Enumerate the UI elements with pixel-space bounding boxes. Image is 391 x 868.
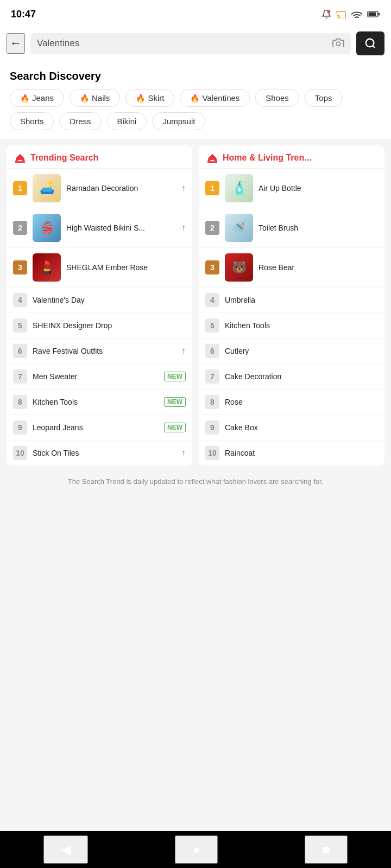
search-button[interactable] — [356, 31, 384, 55]
camera-icon[interactable] — [332, 37, 344, 50]
nav-bar: ◀ ● ■ — [0, 831, 391, 868]
trending-item-7[interactable]: 7 Men Sweater NEW — [7, 364, 192, 390]
svg-line-8 — [373, 46, 375, 48]
footer-note: The Search Trend is daily updated to ref… — [0, 465, 391, 499]
trending-item-9[interactable]: 9 Leopard Jeans NEW — [7, 415, 192, 441]
svg-point-7 — [366, 39, 374, 47]
trending-panel-title: Trending Search — [30, 153, 98, 163]
trending-item-5[interactable]: 5 SHEINX Designer Drop — [7, 313, 192, 339]
tag-tops[interactable]: Tops — [305, 89, 343, 107]
trend-up-6: ↑ — [181, 346, 186, 356]
home-item-8[interactable]: 8 Rose — [199, 390, 384, 415]
home-item-7[interactable]: 7 Cake Decoration — [199, 364, 384, 390]
tag-skirt[interactable]: 🔥 Skirt — [125, 89, 174, 107]
trend-label-2: High Waisted Bikini S... — [66, 223, 176, 233]
rank-badge-9: 9 — [13, 420, 27, 435]
cast-icon — [336, 10, 346, 18]
tag-shoes-label: Shoes — [266, 93, 289, 103]
home-label-1: Air Up Bottle — [258, 183, 378, 193]
battery-icon — [367, 10, 380, 18]
back-button[interactable]: ← — [7, 33, 25, 54]
home-label-3: Rose Bear — [258, 263, 378, 272]
home-rank-badge-2: 2 — [205, 221, 219, 235]
home-label-10: Raincoat — [225, 448, 378, 458]
trending-item-10[interactable]: 10 Stick On Tiles ↑ — [7, 441, 192, 465]
home-thumb-3: 🐻 — [225, 253, 253, 282]
tag-dress[interactable]: Dress — [59, 112, 101, 130]
trend-label-9: Leopard Jeans — [33, 423, 159, 432]
home-living-panel: Home & Living Tren... 1 🧴 Air Up Bottle … — [199, 145, 384, 465]
tag-skirt-label: Skirt — [148, 93, 164, 103]
search-input[interactable] — [37, 38, 328, 49]
tag-jeans-label: Jeans — [32, 93, 54, 103]
rank-badge-3: 3 — [13, 260, 27, 275]
tag-bikini[interactable]: Bikini — [107, 112, 147, 130]
tag-dress-label: Dress — [70, 117, 91, 126]
trend-label-6: Rave Festival Outfits — [33, 346, 176, 356]
home-label-2: Toilet Brush — [258, 223, 378, 233]
trending-item-4[interactable]: 4 Valentine's Day — [7, 288, 192, 313]
trending-item-8[interactable]: 8 Kitchen Tools NEW — [7, 390, 192, 415]
trend-label-4: Valentine's Day — [33, 295, 186, 305]
home-label-4: Umbrella — [225, 295, 378, 305]
home-item-4[interactable]: 4 Umbrella — [199, 288, 384, 313]
home-item-3[interactable]: 3 🐻 Rose Bear — [199, 248, 384, 288]
trend-up-10: ↑ — [181, 448, 186, 458]
svg-marker-9 — [15, 154, 25, 162]
trending-item-6[interactable]: 6 Rave Festival Outfits ↑ — [7, 339, 192, 364]
nav-recent-button[interactable]: ■ — [305, 835, 348, 864]
tag-valentines[interactable]: 🔥 Valentines — [180, 89, 250, 107]
trending-search-panel: Trending Search 1 🛋️ Ramadan Decoration … — [7, 145, 192, 465]
search-input-wrap[interactable] — [30, 33, 351, 54]
svg-marker-11 — [207, 154, 217, 162]
fire-icon-jeans: 🔥 — [20, 94, 29, 103]
rank-badge-5: 5 — [13, 318, 27, 333]
trend-new-9: NEW — [164, 423, 186, 432]
trend-label-3: SHEGLAM Ember Rose — [66, 263, 186, 272]
rank-badge-4: 4 — [13, 293, 27, 307]
home-rank-badge-10: 10 — [205, 446, 219, 460]
tag-jeans[interactable]: 🔥 Jeans — [10, 89, 64, 107]
spacer — [0, 499, 391, 661]
trend-thumb-2: 👙 — [33, 214, 61, 242]
tag-shoes[interactable]: Shoes — [255, 89, 299, 107]
tag-bikini-label: Bikini — [117, 117, 137, 126]
home-item-5[interactable]: 5 Kitchen Tools — [199, 313, 384, 339]
tag-jumpsuit[interactable]: Jumpsuit — [152, 112, 205, 130]
trend-label-8: Kitchen Tools — [33, 397, 159, 407]
trend-thumb-1: 🛋️ — [33, 174, 61, 202]
tag-valentines-label: Valentines — [202, 93, 239, 103]
rank-badge-8: 8 — [13, 395, 27, 409]
home-item-1[interactable]: 1 🧴 Air Up Bottle — [199, 169, 384, 208]
search-bar: ← — [0, 27, 391, 60]
home-item-9[interactable]: 9 Cake Box — [199, 415, 384, 441]
trending-panel-header: Trending Search — [7, 145, 192, 169]
svg-point-0 — [327, 10, 331, 14]
trend-up-2: ↑ — [181, 223, 186, 233]
tags-container: 🔥 Jeans 🔥 Nails 🔥 Skirt 🔥 Valentines Sho… — [0, 89, 391, 139]
home-label-9: Cake Box — [225, 423, 378, 432]
svg-point-6 — [336, 42, 340, 46]
trending-item-2[interactable]: 2 👙 High Waisted Bikini S... ↑ — [7, 208, 192, 248]
trending-item-3[interactable]: 3 💄 SHEGLAM Ember Rose — [7, 248, 192, 288]
home-item-10[interactable]: 10 Raincoat — [199, 441, 384, 465]
trend-new-7: NEW — [164, 372, 186, 381]
panels-row: Trending Search 1 🛋️ Ramadan Decoration … — [0, 145, 391, 465]
home-item-6[interactable]: 6 Cutlery — [199, 339, 384, 364]
home-item-2[interactable]: 2 🚿 Toilet Brush — [199, 208, 384, 248]
home-rank-badge-3: 3 — [205, 260, 219, 275]
trend-label-5: SHEINX Designer Drop — [33, 321, 186, 330]
search-icon — [364, 37, 376, 49]
nav-home-button[interactable]: ● — [175, 835, 218, 864]
tag-shorts[interactable]: Shorts — [10, 112, 54, 130]
home-rank-badge-8: 8 — [205, 395, 219, 409]
fire-icon-nails: 🔥 — [80, 94, 89, 103]
rank-badge-7: 7 — [13, 369, 27, 384]
notification-icon — [321, 9, 331, 19]
trending-item-1[interactable]: 1 🛋️ Ramadan Decoration ↑ — [7, 169, 192, 208]
crown-icon-home — [206, 153, 218, 163]
home-thumb-2: 🚿 — [225, 214, 253, 242]
tag-nails[interactable]: 🔥 Nails — [70, 89, 120, 107]
rank-badge-6: 6 — [13, 344, 27, 358]
nav-back-button[interactable]: ◀ — [43, 835, 88, 864]
